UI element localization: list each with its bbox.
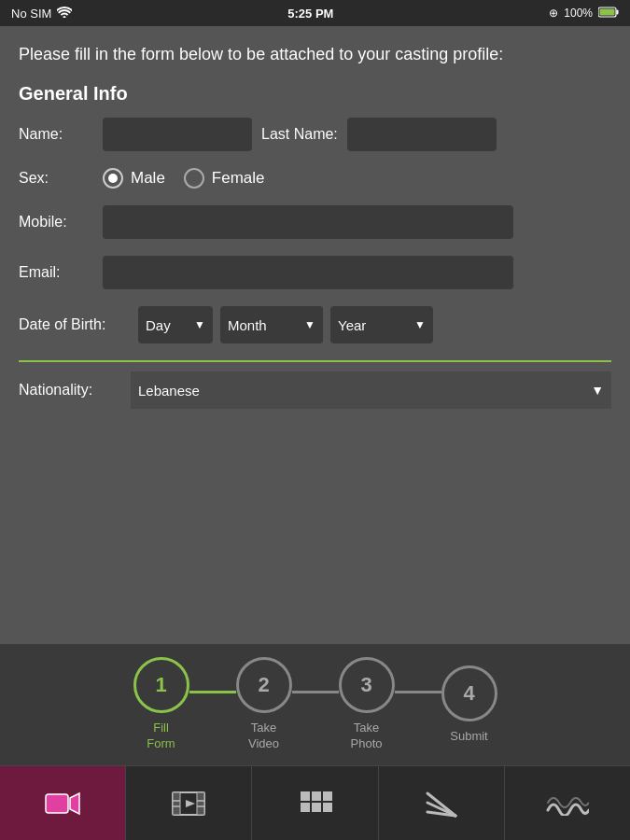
male-label: Male [131, 169, 165, 188]
status-left: No SIM [11, 7, 72, 21]
step-1-label: FillForm [147, 721, 175, 752]
svg-rect-17 [312, 803, 321, 812]
svg-rect-15 [323, 791, 332, 801]
step-connector-1 [189, 691, 236, 693]
step-2-circle[interactable]: 2 [236, 657, 292, 713]
step-3-number: 3 [360, 673, 371, 697]
location-icon: ⊕ [549, 7, 558, 20]
status-time: 5:25 PM [287, 7, 333, 21]
mobile-label: Mobile: [19, 214, 93, 231]
step-3[interactable]: 3 TakePhoto [339, 657, 395, 752]
step-4-number: 4 [463, 681, 474, 706]
dob-label: Date of Birth: [19, 316, 131, 333]
svg-rect-1 [617, 9, 619, 14]
form-container: Please fill in the form below to be atta… [0, 26, 630, 644]
status-bar: No SIM 5:25 PM ⊕ 100% [0, 0, 630, 26]
male-radio[interactable]: Male [103, 168, 165, 189]
film-icon [171, 789, 206, 819]
status-right: ⊕ 100% [549, 7, 619, 21]
female-label: Female [212, 169, 265, 188]
tab-waves[interactable] [505, 766, 630, 840]
step-bar: 1 FillForm 2 TakeVideo 3 TakePhoto 4 Sub… [0, 644, 630, 765]
intro-text: Please fill in the form below to be atta… [19, 43, 611, 66]
tab-grid[interactable] [252, 766, 378, 840]
svg-rect-18 [323, 803, 332, 812]
lastname-input[interactable] [347, 118, 497, 151]
lastname-label: Last Name: [261, 126, 338, 143]
step-3-circle[interactable]: 3 [339, 657, 395, 713]
svg-marker-4 [70, 793, 79, 814]
waves-icon [546, 791, 589, 816]
dob-month-select[interactable]: Month JanuaryFebruaryMarch AprilMayJune … [220, 306, 323, 343]
name-input[interactable] [103, 118, 252, 151]
step-2-label: TakeVideo [248, 721, 279, 752]
email-label: Email: [19, 264, 93, 281]
email-row: Email: [19, 256, 611, 289]
step-1-number: 1 [155, 673, 166, 697]
carrier-label: No SIM [11, 7, 51, 21]
svg-rect-7 [197, 792, 204, 815]
bottom-tab-bar [0, 765, 630, 840]
svg-rect-14 [312, 791, 321, 801]
grid-icon [298, 789, 333, 819]
nationality-select[interactable]: Lebanese American British French Other [131, 371, 611, 409]
dob-day-wrapper: Day 12345 678910 [138, 306, 213, 343]
dob-row: Date of Birth: Day 12345 678910 Month Ja… [19, 306, 611, 343]
sex-row: Sex: Male Female [19, 168, 611, 189]
male-radio-circle [103, 168, 123, 189]
step-connector-3 [395, 691, 441, 693]
section-title: General Info [19, 83, 611, 105]
nationality-row: Nationality: Lebanese American British F… [19, 360, 611, 409]
dob-month-wrapper: Month JanuaryFebruaryMarch AprilMayJune … [220, 306, 323, 343]
sex-label: Sex: [19, 170, 93, 187]
male-radio-inner [108, 174, 118, 183]
mobile-input[interactable] [103, 205, 513, 239]
tab-lines[interactable] [379, 766, 505, 840]
battery-percent: 100% [564, 7, 593, 20]
mobile-row: Mobile: [19, 205, 611, 239]
tab-film[interactable] [126, 766, 252, 840]
lines-icon [424, 786, 459, 821]
female-radio-circle [184, 168, 204, 189]
svg-rect-16 [301, 803, 310, 812]
step-3-label: TakePhoto [351, 721, 383, 752]
video-camera-icon [44, 789, 81, 819]
step-4[interactable]: 4 Submit [441, 665, 497, 745]
svg-rect-2 [600, 8, 615, 15]
step-2-number: 2 [258, 673, 269, 697]
tab-video-camera[interactable] [0, 766, 126, 840]
step-connector-2 [292, 691, 339, 693]
sex-radio-group: Male Female [103, 168, 265, 189]
dob-year-wrapper: Year 2000199919981997 1996199519901985 1… [330, 306, 433, 343]
dob-year-select[interactable]: Year 2000199919981997 1996199519901985 1… [330, 306, 433, 343]
battery-icon [598, 7, 619, 21]
nationality-label: Nationality: [19, 382, 121, 399]
email-input[interactable] [103, 256, 513, 289]
step-1[interactable]: 1 FillForm [133, 657, 189, 752]
svg-marker-12 [186, 800, 195, 807]
wifi-icon [57, 7, 72, 21]
female-radio[interactable]: Female [184, 168, 265, 189]
name-label: Name: [19, 126, 93, 143]
nationality-wrapper: Lebanese American British French Other [131, 371, 611, 409]
step-4-circle[interactable]: 4 [441, 665, 497, 721]
svg-rect-13 [301, 791, 310, 801]
step-4-label: Submit [450, 729, 487, 745]
steps-container: 1 FillForm 2 TakeVideo 3 TakePhoto 4 Sub… [133, 657, 497, 752]
dob-day-select[interactable]: Day 12345 678910 [138, 306, 213, 343]
name-row: Name: Last Name: [19, 118, 611, 151]
step-1-circle[interactable]: 1 [133, 657, 189, 713]
svg-rect-6 [173, 792, 180, 815]
svg-rect-3 [46, 794, 68, 813]
step-2[interactable]: 2 TakeVideo [236, 657, 292, 752]
